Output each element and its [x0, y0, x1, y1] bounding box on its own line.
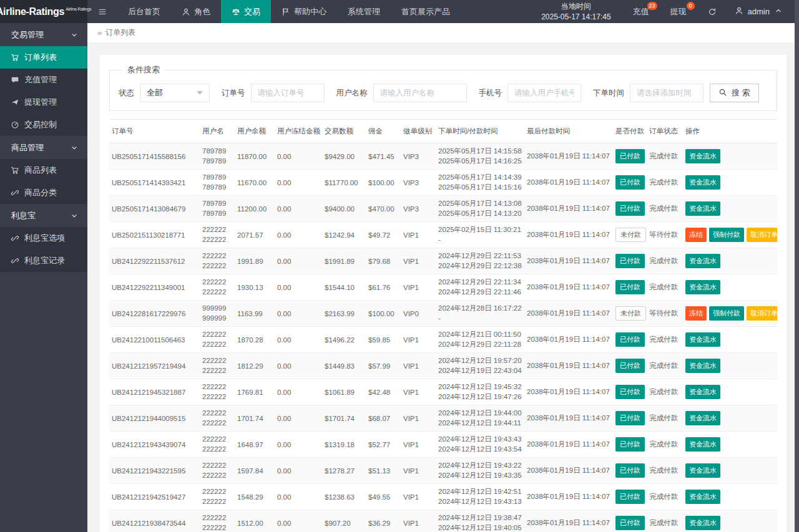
freeze-button[interactable]: 冻结 — [685, 306, 707, 321]
sidebar-item-商品列表[interactable]: 商品列表 — [0, 159, 87, 181]
user-name: 222222222222 — [200, 248, 235, 274]
commission: $61.76 — [366, 274, 401, 301]
user-balance: 11200.00 — [235, 196, 275, 222]
top-menu-item[interactable]: 角色 — [171, 0, 221, 23]
order-pay-time: 2024年12月12日 19:57:202024年12月19日 22:43:04 — [436, 353, 524, 379]
scrollbar-thumb[interactable] — [795, 0, 799, 532]
column-header: 用户名 — [200, 120, 235, 143]
order-status: 完成付款 — [647, 379, 683, 405]
order-no: UB2505171413084679 — [109, 196, 200, 222]
sidebar-group-title[interactable]: 商品管理 — [0, 136, 87, 159]
top-menu-item[interactable]: 系统管理 — [337, 0, 391, 23]
search-button[interactable]: 搜 索 — [710, 84, 759, 102]
force-pay-button[interactable]: 强制付款 — [709, 306, 744, 321]
order-row: UB24122100115064632222222222221870.280.0… — [109, 327, 777, 353]
search-field-input[interactable] — [373, 84, 467, 102]
recharge-nav-button[interactable]: 充值 23 — [622, 0, 660, 23]
order-row: UB24122922115376122222222222221991.890.0… — [109, 248, 777, 274]
sidebar-item-label: 商品列表 — [24, 165, 57, 176]
top-menu-item[interactable]: 后台首页 — [117, 0, 171, 23]
fund-flow-button[interactable]: 资金流水 — [685, 332, 720, 347]
sidebar-item-提现管理[interactable]: 提现管理 — [0, 91, 87, 114]
user-frozen: 0.00 — [275, 484, 322, 510]
pay-status: 已付款 — [613, 510, 647, 532]
vertical-scrollbar[interactable] — [795, 0, 799, 532]
fund-flow-button[interactable]: 资金流水 — [685, 516, 720, 530]
user-name: 222222222222 — [200, 484, 235, 510]
cancel-button[interactable]: 取消订单 — [747, 228, 777, 242]
fund-flow-button[interactable]: 资金流水 — [685, 385, 720, 399]
fund-flow-button[interactable]: 资金流水 — [685, 359, 720, 373]
cancel-button[interactable]: 取消订单 — [747, 306, 777, 321]
user-balance: 1512.00 — [235, 510, 275, 532]
paid-badge: 已付款 — [615, 490, 645, 504]
top-menu-item[interactable]: 帮助中心 — [271, 0, 337, 23]
top-menu-item[interactable]: 交易 — [221, 0, 271, 23]
column-header: 订单号 — [109, 120, 200, 143]
comment-icon — [11, 75, 19, 84]
column-header: 佣金 — [366, 120, 401, 143]
order-no: UB2412121943439074 — [109, 432, 200, 458]
order-row: UB24121219384735442222222222221512.000.0… — [109, 510, 777, 532]
order-no: UB2505171414393421 — [109, 170, 200, 196]
sidebar-group-title[interactable]: 交易管理 — [0, 23, 87, 46]
top-menu-item-label: 角色 — [194, 6, 210, 17]
search-fields: 订单号用户名称手机号下单时间 — [216, 84, 710, 102]
last-pay-time: 2038年01月19日 11:14:07 — [524, 432, 613, 458]
order-no: UB2412121938473544 — [109, 510, 200, 532]
app-logo[interactable]: Airline-RatingsAirline-Ratings — [0, 0, 87, 23]
chevron-up-icon — [774, 6, 783, 17]
fund-flow-button[interactable]: 资金流水 — [685, 149, 720, 163]
user-name: 222222222222 — [200, 353, 235, 379]
row-actions: 资金流水 — [683, 353, 777, 379]
sidebar-item-交易控制[interactable]: 交易控制 — [0, 114, 87, 136]
refresh-button[interactable] — [697, 0, 727, 23]
row-actions: 资金流水 — [683, 170, 777, 196]
user-name: 222222222222 — [200, 379, 235, 405]
flag-icon — [282, 7, 290, 16]
sidebar-toggle-button[interactable] — [87, 0, 117, 23]
fund-flow-button[interactable]: 资金流水 — [685, 411, 720, 425]
column-header: 用户冻结金额 — [275, 120, 322, 143]
column-header: 操作 — [683, 120, 777, 143]
sidebar-group-title[interactable]: 利息宝 — [0, 204, 87, 227]
last-pay-time: 2038年01月19日 11:14:07 — [524, 327, 613, 353]
search-field-input[interactable] — [630, 84, 703, 102]
search-field-input[interactable] — [251, 84, 325, 102]
top-menu-item[interactable]: 首页展示产品 — [391, 0, 461, 23]
user-icon — [735, 6, 743, 17]
admin-menu[interactable]: admin — [727, 0, 790, 23]
freeze-button[interactable]: 冻结 — [685, 228, 707, 242]
top-menu-item-label: 后台首页 — [128, 6, 160, 17]
search-icon — [718, 88, 727, 99]
order-row: UB250517141308467978978978978911200.000.… — [109, 196, 777, 222]
fund-flow-button[interactable]: 资金流水 — [685, 254, 720, 268]
pay-status: 已付款 — [613, 353, 647, 379]
sidebar-item-利息宝记录[interactable]: 利息宝记录 — [0, 249, 87, 272]
fund-flow-button[interactable]: 资金流水 — [685, 175, 720, 190]
sidebar-item-商品分类[interactable]: 商品分类 — [0, 181, 87, 204]
status-select[interactable]: 全部 — [140, 84, 210, 102]
fund-flow-button[interactable]: 资金流水 — [685, 280, 720, 294]
user-frozen: 0.00 — [275, 248, 322, 274]
last-pay-time: 2038年01月19日 11:14:07 — [524, 353, 613, 379]
order-pay-time: 2025年05月17日 14:13:082025年05月17日 14:13:20 — [436, 196, 524, 222]
status-filter: 状态 全部 — [113, 84, 210, 102]
withdraw-nav-button[interactable]: 提现 0 — [660, 0, 697, 23]
pay-status: 已付款 — [613, 458, 647, 484]
fund-flow-button[interactable]: 资金流水 — [685, 201, 720, 216]
paid-badge: 已付款 — [615, 437, 645, 452]
paid-badge: 已付款 — [615, 149, 645, 163]
link-icon — [11, 188, 19, 197]
last-pay-time: 2038年01月19日 11:14:07 — [524, 143, 613, 170]
sidebar-item-利息宝选项[interactable]: 利息宝选项 — [0, 227, 87, 249]
fund-flow-button[interactable]: 资金流水 — [685, 490, 720, 504]
fund-flow-button[interactable]: 资金流水 — [685, 463, 720, 478]
sidebar-item-订单列表[interactable]: 订单列表 — [0, 46, 87, 69]
sidebar-item-充值管理[interactable]: 充值管理 — [0, 69, 87, 91]
column-header: 最后付款时间 — [524, 120, 613, 143]
search-field-input[interactable] — [507, 84, 581, 102]
fund-flow-button[interactable]: 资金流水 — [685, 437, 720, 452]
search-field: 用户名称 — [331, 84, 467, 102]
force-pay-button[interactable]: 强制付款 — [709, 228, 744, 242]
